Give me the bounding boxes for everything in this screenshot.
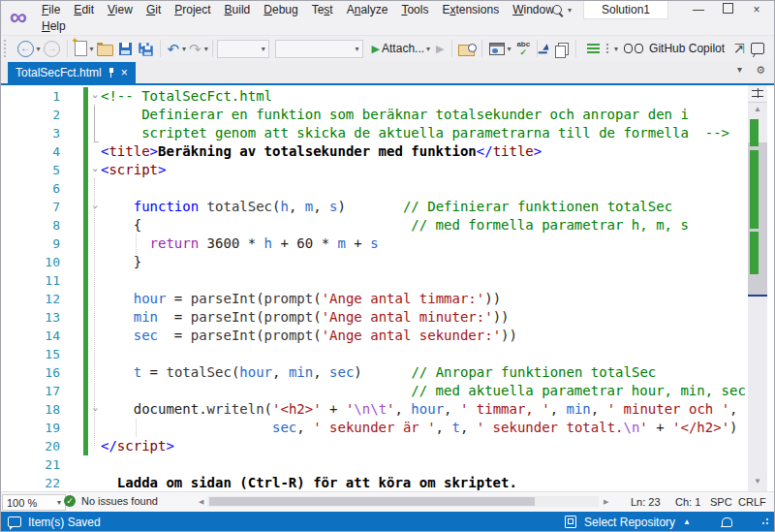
attach-button[interactable]: Attach... ▾ [369, 38, 434, 59]
redo-button[interactable] [186, 38, 204, 59]
toolbar-separator [481, 40, 482, 57]
menu-view[interactable]: View [101, 1, 140, 18]
code-line[interactable]: 7› function totalSec(h, m, s) // Definie… [0, 198, 748, 216]
github-copilot-button[interactable]: GitHub Copilot [621, 38, 731, 59]
zoom-level-select[interactable]: 100 % ▾ [2, 494, 66, 511]
maximize-button[interactable] [715, 1, 740, 18]
share-icon [734, 42, 745, 56]
solution-name-box[interactable]: Solution1 [583, 0, 668, 19]
column-indicator[interactable]: Ch: 1 [675, 496, 700, 508]
line-ending-indicator[interactable]: CRLF [738, 496, 766, 508]
code-line[interactable]: 21 [0, 455, 748, 474]
code-area: 1›<!-- TotalSecFct.html2 Definierar en f… [0, 87, 748, 491]
navigate-to-button[interactable] [542, 38, 552, 59]
code-line[interactable]: 16 t = totalSec(hour, min, sec) // Anrop… [0, 363, 748, 382]
spell-check-button[interactable]: abc [513, 38, 533, 59]
editor-split-handle[interactable] [748, 85, 767, 103]
vertical-scrollbar[interactable]: ▲ ▼ [748, 85, 767, 491]
copilot-goggles-icon [624, 43, 643, 54]
notifications-bell-icon[interactable] [722, 517, 732, 526]
code-line[interactable]: 6 [0, 179, 748, 198]
line-number: 18 [0, 400, 60, 419]
minimize-button[interactable]: — [686, 1, 711, 18]
send-feedback-button[interactable] [748, 38, 767, 59]
title-bar-right: ▾ Solution1 — × [552, 0, 769, 19]
active-files-dropdown-icon[interactable]: ▾ [737, 64, 742, 77]
spaces-indicator[interactable]: SPC [710, 496, 732, 508]
select-repository-button[interactable]: Select Repository [584, 516, 675, 529]
code-editor[interactable]: 1›<!-- TotalSecFct.html2 Definierar en f… [0, 85, 775, 491]
code-line[interactable]: 18› document.writeln('<h2>' + '\n\t', ho… [0, 400, 748, 419]
menu-file[interactable]: File [35, 1, 67, 18]
menu-analyze[interactable]: Analyze [340, 1, 395, 18]
toolbar-separator [451, 40, 452, 57]
window-options-gear-icon[interactable]: ⚙ [756, 64, 765, 77]
share-button[interactable] [731, 38, 748, 59]
search-icon[interactable] [552, 5, 562, 15]
code-line[interactable]: 9 return 3600 * h + 60 * m + s [0, 235, 748, 253]
menu-tools[interactable]: Tools [394, 1, 435, 18]
platform-combobox[interactable]: ▾ [275, 40, 363, 58]
code-line[interactable]: 15 [0, 345, 748, 363]
code-line[interactable]: 1›<!-- TotalSecFct.html [0, 87, 748, 106]
toolbar-grip-handle[interactable] [4, 40, 11, 57]
close-button[interactable]: × [744, 1, 769, 18]
menu-git[interactable]: Git [140, 1, 168, 18]
start-without-debugging-button[interactable] [433, 38, 447, 59]
code-line[interactable]: 10 } [0, 253, 748, 271]
preview-in-browser-button[interactable]: ▾ [486, 38, 513, 59]
search-dropdown-caret-icon[interactable]: ▾ [568, 6, 572, 15]
code-line[interactable]: 17 // med aktuella parametrar hour, min,… [0, 382, 748, 400]
horizontal-scrollbar[interactable] [207, 496, 599, 507]
horizontal-scrollbar-thumb[interactable] [209, 497, 535, 506]
code-line[interactable]: 8 { // med formella parametrar h, m, s [0, 216, 748, 235]
menu-edit[interactable]: Edit [67, 1, 101, 18]
menu-test[interactable]: Test [305, 1, 340, 18]
format-document-button[interactable] [580, 38, 603, 59]
navigate-forward-button[interactable] [41, 38, 63, 59]
save-all-button[interactable] [135, 38, 156, 59]
code-line[interactable]: 5›<script> [0, 161, 748, 179]
menu-extensions[interactable]: Extensions [435, 1, 506, 18]
code-line[interactable]: 13 min = parseInt(prompt('Ange antal min… [0, 308, 748, 327]
code-line[interactable]: 11 [0, 271, 748, 290]
new-file-button[interactable] [72, 38, 90, 59]
find-in-files-button[interactable] [455, 38, 478, 59]
title-bar: ∞ FileEditViewGitProjectBuildDebugTestAn… [0, 0, 775, 35]
code-line[interactable]: 14 sec = parseInt(prompt('Ange antal sek… [0, 327, 748, 345]
redo-dropdown-caret-icon[interactable]: ▾ [204, 45, 208, 53]
pin-tab-icon[interactable] [108, 68, 114, 78]
close-tab-icon[interactable]: × [121, 67, 128, 78]
document-health-indicator[interactable]: ✓ No issues found [64, 495, 158, 507]
open-file-button[interactable] [94, 38, 116, 59]
resize-grip[interactable] [761, 518, 769, 526]
save-button[interactable] [116, 38, 135, 59]
zoom-level-value: 100 % [7, 497, 37, 509]
code-line[interactable]: 3 scriptet genom att skicka de aktuella … [0, 124, 748, 142]
undo-button[interactable] [164, 38, 182, 59]
copy-parallel-button[interactable] [552, 38, 572, 59]
redo-icon [189, 42, 202, 56]
code-line-text: function totalSec(h, m, s) // Definierar… [101, 198, 672, 216]
code-line[interactable]: 20</script> [0, 437, 748, 455]
scroll-up-arrow-icon[interactable]: ▲ [748, 105, 767, 113]
scroll-down-arrow-icon[interactable]: ▼ [748, 477, 767, 485]
menu-help[interactable]: Help [35, 17, 73, 35]
configuration-combobox[interactable]: ▾ [217, 40, 269, 58]
code-line[interactable]: 22 Ladda om sidan (Ctrl-R) för att köra … [0, 474, 748, 491]
scroll-left-arrow-icon[interactable]: ◀ [199, 498, 203, 506]
save-all-icon [138, 42, 153, 56]
code-line[interactable]: 19 sec, ' sekunder är ', t, ' sekunder t… [0, 419, 748, 437]
scroll-right-arrow-icon[interactable]: ▶ [604, 498, 608, 506]
code-line[interactable]: 2 Definierar en funktion som beräknar to… [0, 106, 748, 124]
code-line[interactable]: 12 hour = parseInt(prompt('Ange antal ti… [0, 290, 748, 308]
menu-project[interactable]: Project [168, 1, 217, 18]
navigate-back-button[interactable] [15, 38, 37, 59]
code-line[interactable]: 4<title>Beräkning av totalsekunder med f… [0, 142, 748, 161]
menu-debug[interactable]: Debug [257, 1, 304, 18]
tab-totalsecfct[interactable]: TotalSecFct.html × [8, 62, 136, 83]
menu-build[interactable]: Build [218, 1, 258, 18]
run-play-icon [372, 43, 380, 55]
line-indicator[interactable]: Ln: 23 [631, 496, 661, 508]
toolbar-options-button[interactable]: ▾ [603, 38, 621, 59]
